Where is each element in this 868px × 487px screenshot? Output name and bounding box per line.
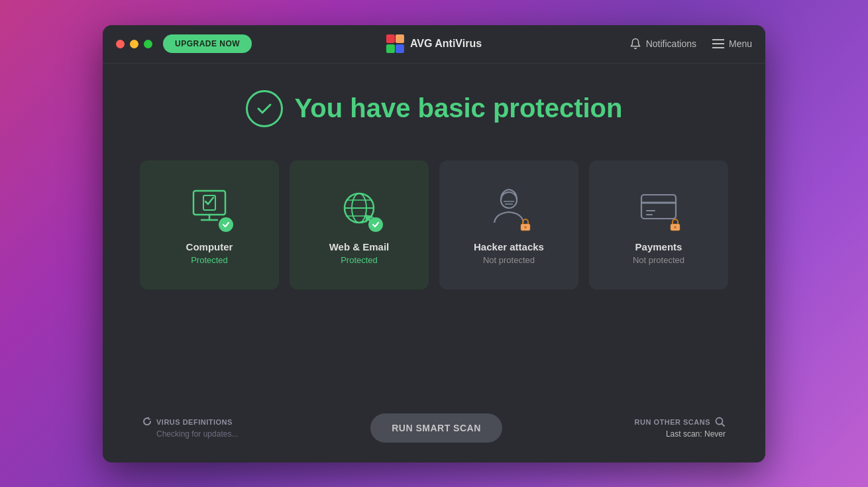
minimize-button[interactable] — [130, 40, 138, 48]
computer-card-title: Computer — [186, 241, 233, 252]
cards-row: Computer Protected — [129, 160, 739, 290]
menu-button[interactable]: Menu — [712, 38, 752, 49]
logo-q3 — [386, 44, 395, 53]
hacker-lock-badge — [518, 217, 533, 232]
computer-protected-badge — [219, 217, 233, 232]
hamburger-icon — [712, 39, 724, 48]
logo-q4 — [396, 44, 404, 53]
main-content: You have basic protection — [103, 64, 765, 462]
refresh-icon — [142, 417, 152, 427]
svg-point-13 — [501, 192, 517, 208]
notifications-button[interactable]: Notifications — [629, 38, 696, 50]
web-email-card-title: Web & Email — [329, 241, 390, 252]
computer-card[interactable]: Computer Protected — [140, 160, 279, 290]
close-button[interactable] — [116, 40, 125, 48]
maximize-button[interactable] — [144, 40, 152, 48]
logo-q2 — [396, 34, 404, 43]
payments-icon-wrap — [635, 184, 682, 232]
svg-point-17 — [524, 226, 527, 229]
hacker-attacks-card-status: Not protected — [483, 255, 535, 265]
bell-icon — [629, 38, 641, 50]
hacker-icon-wrap — [485, 184, 533, 232]
status-title: You have basic protection — [295, 93, 623, 123]
payments-lock-badge — [668, 217, 682, 232]
last-scan-label: Last scan: — [666, 429, 702, 439]
titlebar-right: Notifications Menu — [629, 38, 752, 50]
run-smart-scan-button[interactable]: RUN SMART SCAN — [370, 413, 502, 443]
virus-defs-sub: Checking for updates... — [142, 429, 238, 439]
virus-definitions: VIRUS DEFINITIONS Checking for updates..… — [142, 417, 238, 439]
virus-defs-header: VIRUS DEFINITIONS — [142, 417, 238, 427]
virus-defs-label: VIRUS DEFINITIONS — [156, 418, 233, 426]
computer-icon-wrap — [186, 184, 233, 232]
payments-card-status: Not protected — [633, 255, 684, 265]
last-scan-value: Never — [704, 429, 726, 439]
web-email-protected-badge — [368, 217, 383, 232]
titlebar-center: AVG AntiVirus — [386, 34, 482, 53]
hacker-attacks-card-title: Hacker attacks — [474, 241, 544, 252]
app-window: UPGRADE NOW AVG AntiVirus Notifications — [103, 25, 765, 462]
other-scans-label: RUN OTHER SCANS — [635, 418, 710, 426]
other-scans-sub: Last scan: Never — [666, 429, 726, 439]
svg-point-23 — [674, 226, 677, 229]
titlebar: UPGRADE NOW AVG AntiVirus Notifications — [103, 25, 765, 64]
web-email-icon-wrap — [335, 184, 383, 232]
upgrade-now-button[interactable]: UPGRADE NOW — [163, 34, 252, 53]
other-scans: RUN OTHER SCANS Last scan: Never — [635, 417, 726, 439]
hacker-attacks-card[interactable]: Hacker attacks Not protected — [439, 160, 578, 290]
check-circle — [246, 90, 283, 127]
payments-card[interactable]: Payments Not protected — [589, 160, 728, 290]
menu-label: Menu — [729, 38, 752, 49]
web-email-card-status: Protected — [341, 255, 378, 265]
web-email-card[interactable]: Web & Email Protected — [290, 160, 429, 290]
checkmark-icon — [255, 99, 274, 118]
logo-q1 — [386, 34, 395, 43]
app-logo — [386, 34, 405, 53]
window-controls — [116, 40, 152, 48]
notifications-label: Notifications — [646, 38, 696, 49]
app-name: AVG AntiVirus — [410, 38, 482, 50]
bottom-bar: VIRUS DEFINITIONS Checking for updates..… — [129, 413, 739, 443]
other-scans-header[interactable]: RUN OTHER SCANS — [635, 417, 726, 427]
search-icon — [715, 417, 726, 427]
computer-card-status: Protected — [191, 255, 228, 265]
status-header: You have basic protection — [246, 90, 623, 127]
svg-line-25 — [722, 424, 724, 427]
